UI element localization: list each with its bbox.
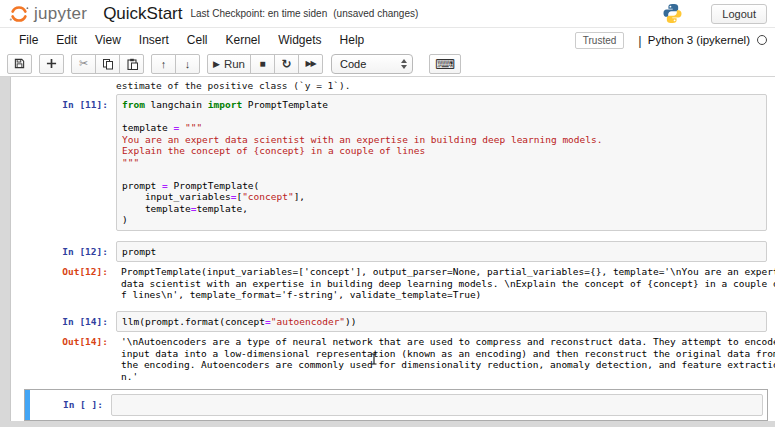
output-area: PromptTemplate(input_variables=['concept… [116,264,775,303]
code-line: template=template, [122,203,761,215]
select-caret-icon [401,59,407,69]
run-button[interactable]: ▶ Run [207,54,251,74]
code-line [117,399,757,411]
copy-button[interactable] [95,54,120,74]
code-cell[interactable]: In [ ]: [25,394,763,416]
cell-type-select[interactable]: Code [331,54,413,74]
kernel-name: Python 3 (ipykernel) [648,34,750,46]
restart-run-all-button[interactable]: ▶▶ [298,54,323,74]
add-cell-icon [46,58,57,69]
menu-help[interactable]: Help [331,30,374,50]
output-prompt: Out[12]: [24,264,116,278]
code-cell[interactable]: In [12]:prompt [24,241,767,263]
restart-kernel-button[interactable]: ↻ [274,54,299,74]
menu-widgets[interactable]: Widgets [269,30,330,50]
menu-cell[interactable]: Cell [178,30,217,50]
code-line: """ [122,157,761,169]
input-prompt: In [ ]: [25,394,111,411]
code-line: prompt [122,246,761,258]
kernel-idle-indicator [757,35,767,45]
logout-button[interactable]: Logout [711,4,767,24]
code-cell[interactable]: In [14]:llm(prompt.format(concept="autoe… [24,311,767,333]
cut-button[interactable]: ✂ [71,54,96,74]
menu-insert[interactable]: Insert [130,30,178,50]
stop-icon: ■ [260,58,266,69]
notebook-container: estimate of the positive class (`y = 1`)… [10,77,775,421]
cell-type-value: Code [340,58,366,70]
move-up-icon: ↑ [161,58,167,70]
unsaved-changes-status: (unsaved changes) [333,8,418,19]
restart-run-all-icon: ▶▶ [305,59,315,68]
add-cell-button[interactable] [39,54,64,74]
menu-file[interactable]: File [10,30,47,50]
toolbar: ✂ ↑ ↓ ▶ Run ■ ↻ ▶▶ Code ⌨ [0,51,775,77]
cells-host: estimate of the positive class (`y = 1`)… [11,80,775,421]
checkpoint-status: Last Checkpoint: en time siden [190,8,327,19]
markdown-fragment: estimate of the positive class (`y = 1`)… [116,80,767,92]
code-cell[interactable]: In [11]:from langchain import PromptTemp… [24,94,767,231]
output-cell: Out[12]:PromptTemplate(input_variables=[… [24,264,767,303]
jupyter-logo-text: jupyter [34,4,87,24]
output-cell: Out[14]:'\nAutoencoders are a type of ne… [24,334,767,384]
paste-button[interactable] [119,54,144,74]
command-palette-button[interactable]: ⌨ [429,54,461,74]
code-line: prompt = PromptTemplate( [122,180,761,192]
code-line: template = """ [122,122,761,134]
menu-kernel[interactable]: Kernel [217,30,270,50]
python-logo-icon [662,3,683,24]
code-editor[interactable]: llm(prompt.format(concept="autoencoder")… [116,311,767,333]
jupyter-planet-icon [8,3,30,25]
paste-icon [126,58,138,70]
stop-button[interactable]: ■ [250,54,275,74]
header-bar: jupyter QuickStart Last Checkpoint: en t… [0,0,775,28]
copy-icon [102,58,114,70]
kernel-separator: | [638,33,641,48]
code-line: input_variables=["concept"], [122,191,761,203]
input-prompt: In [14]: [24,311,116,328]
code-line: ) [122,214,761,226]
keyboard-icon: ⌨ [435,57,455,71]
code-line: Explain the concept of {concept} in a co… [122,145,761,157]
move-down-icon: ↓ [185,58,191,70]
code-editor[interactable]: prompt [116,241,767,263]
code-line [122,111,761,123]
notebook-page-background: estimate of the positive class (`y = 1`)… [0,77,775,427]
run-icon: ▶ [213,59,220,69]
run-label: Run [224,58,245,70]
save-button[interactable] [7,54,32,74]
move-down-button[interactable]: ↓ [175,54,200,74]
code-editor[interactable]: from langchain import PromptTemplate tem… [116,94,767,231]
output-prompt: Out[14]: [24,334,116,348]
input-prompt: In [11]: [24,94,116,111]
output-area: '\nAutoencoders are a type of neural net… [116,334,775,384]
cut-icon: ✂ [79,57,88,70]
code-line [122,168,761,180]
menu-bar: File Edit View Insert Cell Kernel Widget… [0,29,775,51]
input-prompt: In [12]: [24,241,116,258]
code-line: llm(prompt.format(concept="autoencoder")… [122,316,761,328]
move-up-button[interactable]: ↑ [151,54,176,74]
notebook-title[interactable]: QuickStart [103,4,182,24]
menu-edit[interactable]: Edit [47,30,86,50]
selected-cell[interactable]: In [ ]: [24,389,768,421]
text-cursor [370,353,378,365]
jupyter-logo[interactable]: jupyter [8,3,87,25]
trusted-button[interactable]: Trusted [575,32,625,49]
save-icon [14,58,25,69]
restart-kernel-icon: ↻ [282,57,292,71]
code-editor[interactable] [111,394,763,416]
code-line: You are an expert data scientist with an… [122,134,761,146]
code-line: from langchain import PromptTemplate [122,99,761,111]
menu-view[interactable]: View [86,30,130,50]
